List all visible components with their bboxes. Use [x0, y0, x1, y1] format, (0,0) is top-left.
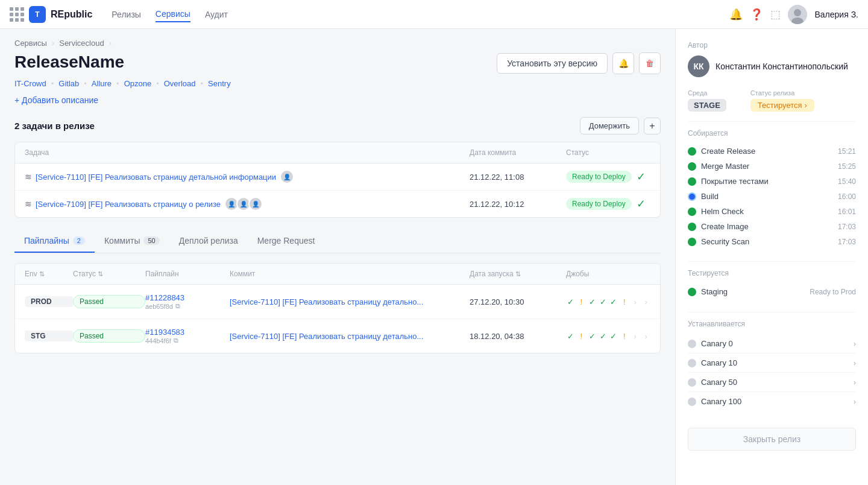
task-avatar: 👤	[248, 197, 263, 211]
tab-deploy[interactable]: Деплой релиза	[169, 230, 248, 253]
expand-icon[interactable]: ›	[854, 398, 856, 406]
author-label: Автор	[688, 41, 856, 49]
copy-icon[interactable]: ⧉	[175, 302, 180, 310]
expand-icon[interactable]: ›	[854, 359, 856, 367]
step-dot	[688, 177, 696, 186]
pipeline-task-prod[interactable]: [Service-7110] [FE] Реализовать страницу…	[230, 297, 470, 306]
job-icon-2[interactable]: !	[577, 296, 586, 308]
check-icon-7110: ✓	[637, 170, 646, 183]
job-icon-5[interactable]: ✓	[609, 330, 618, 342]
installing-label: Устанавливается	[688, 320, 856, 328]
pipeline-num-stg: #11934583 444b4f6f ⧉	[145, 328, 230, 344]
task-link-7109[interactable]: ≋ [Service-7109] [FE] Реализовать страни…	[25, 197, 470, 211]
nav-link-audit[interactable]: Аудит	[205, 7, 228, 22]
install-items: Canary 0 › Canary 10 › Canary 50 › Canar…	[688, 334, 856, 411]
pipeline-status-stg: Passed	[73, 329, 145, 343]
install-dot	[688, 378, 696, 387]
close-release-button[interactable]: Закрыть релиз	[688, 428, 856, 451]
tabs: Пайплайны 2 Коммиты 50 Деплой релиза Mer…	[14, 230, 661, 253]
page-layout: Сервисы › Servicecloud › ReleaseName Уст…	[0, 29, 868, 485]
tasks-count-title: 2 задачи в релизе	[14, 121, 95, 131]
logo-icon: T	[29, 6, 46, 23]
exit-icon[interactable]: ⬚	[770, 8, 781, 21]
help-icon[interactable]: ❓	[750, 8, 763, 21]
pipeline-link-stg[interactable]: #11934583	[145, 328, 230, 337]
logo[interactable]: T REpublic	[10, 6, 92, 23]
breadcrumb-services[interactable]: Сервисы	[14, 39, 47, 48]
job-icon-3[interactable]: ✓	[588, 330, 597, 342]
tab-merge-label: Merge Request	[257, 236, 315, 246]
tag-sentry[interactable]: Sentry	[208, 79, 231, 88]
tab-commits[interactable]: Коммиты 50	[95, 230, 169, 253]
step-name: Helm Check	[701, 207, 744, 216]
job-icon-4[interactable]: ✓	[599, 296, 608, 308]
job-icon-3[interactable]: ✓	[588, 296, 597, 308]
add-task-button[interactable]: +	[644, 118, 661, 135]
bell-action-icon[interactable]: 🔔	[612, 52, 634, 74]
tag-itcrowd[interactable]: IT-Crowd	[14, 79, 46, 88]
tasks-table: Задача Дата коммита Статус ≋ [Service-71…	[14, 142, 661, 218]
pipeline-link-prod[interactable]: #11228843	[145, 293, 230, 302]
pipeline-date-prod: 27.12.20, 10:30	[470, 297, 566, 306]
env-filter-icon[interactable]: ⇅	[39, 270, 45, 277]
step-name: Security Scan	[701, 237, 749, 246]
job-icon-6[interactable]: !	[620, 296, 629, 308]
job-icon-8[interactable]: ›	[641, 296, 650, 308]
step-dot	[688, 147, 696, 156]
tab-merge[interactable]: Merge Request	[248, 230, 325, 253]
user-avatar[interactable]	[788, 5, 807, 24]
task-id-7109: [Service-7109] [FE] Реализовать страницу…	[36, 200, 221, 209]
expand-icon[interactable]: ›	[854, 340, 856, 348]
tag-gitlab[interactable]: Gitlab	[58, 79, 79, 88]
breadcrumb-servicecloud[interactable]: Servicecloud	[59, 39, 104, 48]
job-icon-5[interactable]: ✓	[609, 296, 618, 308]
expand-icon[interactable]: ›	[854, 378, 856, 387]
release-status-label: Статус релиза	[750, 89, 814, 97]
status-filter-icon[interactable]: ⇅	[98, 270, 103, 277]
job-icon-8[interactable]: ›	[641, 330, 650, 342]
installing-section: Устанавливается Canary 0 › Canary 10 › C…	[688, 320, 856, 411]
task-icon-7110: ≋	[25, 172, 32, 182]
user-name: Валерия З.	[814, 10, 858, 19]
task-link-7110[interactable]: ≋ [Service-7110] [FE] Реализовать страни…	[25, 170, 470, 184]
staging-item: Staging Ready to Prod	[688, 284, 856, 300]
tag-allure[interactable]: Allure	[92, 79, 112, 88]
job-icon-1[interactable]: ✓	[566, 296, 575, 308]
task-date-7110: 21.12.22, 11:08	[470, 173, 566, 182]
date-filter-icon[interactable]: ⇅	[515, 270, 521, 277]
step-dot	[688, 192, 696, 201]
staging-dot	[688, 288, 696, 296]
delete-icon[interactable]: 🗑	[639, 52, 661, 74]
testing-section: Тестируется Staging Ready to Prod	[688, 269, 856, 300]
pipeline-table-header: Env ⇅ Статус ⇅ Пайплайн Коммит Дата запу…	[15, 264, 660, 285]
nav-link-services[interactable]: Сервисы	[156, 7, 190, 22]
install-name: Canary 100	[701, 397, 741, 406]
tab-pipelines-badge: 2	[73, 236, 85, 245]
col-launch-date: Дата запуска ⇅	[470, 270, 566, 278]
building-step: Create Image 17:03	[688, 219, 856, 234]
pipeline-task-stg[interactable]: [Service-7110] [FE] Реализовать страницу…	[230, 332, 470, 341]
copy-icon[interactable]: ⧉	[174, 337, 178, 344]
bell-icon[interactable]: 🔔	[729, 8, 743, 21]
breadcrumb-sep-1: ›	[52, 39, 54, 48]
add-description-button[interactable]: + Добавить описание	[14, 95, 661, 105]
install-version-button[interactable]: Установить эту версию	[497, 53, 608, 74]
step-dot	[688, 162, 696, 171]
author-section: Автор КК Константин Константинопольский	[688, 41, 856, 77]
tasks-actions: Домержить +	[580, 117, 661, 135]
job-icon-1[interactable]: ✓	[566, 330, 575, 342]
divider	[688, 121, 856, 122]
release-status-badge[interactable]: Тестируется ›	[750, 99, 814, 112]
job-icon-6[interactable]: !	[620, 330, 629, 342]
tab-pipelines[interactable]: Пайплайны 2	[14, 230, 95, 253]
tasks-header: 2 задачи в релизе Домержить +	[14, 117, 661, 135]
job-icon-7[interactable]: ›	[631, 296, 640, 308]
tag-overload[interactable]: Overload	[164, 79, 196, 88]
nav-link-releases[interactable]: Релизы	[112, 7, 141, 22]
merge-button[interactable]: Домержить	[580, 117, 639, 135]
tag-opzone[interactable]: Opzone	[124, 79, 152, 88]
job-icon-4[interactable]: ✓	[599, 330, 608, 342]
job-icon-2[interactable]: !	[577, 330, 586, 342]
building-step: Helm Check 16:01	[688, 204, 856, 219]
job-icon-7[interactable]: ›	[631, 330, 640, 342]
